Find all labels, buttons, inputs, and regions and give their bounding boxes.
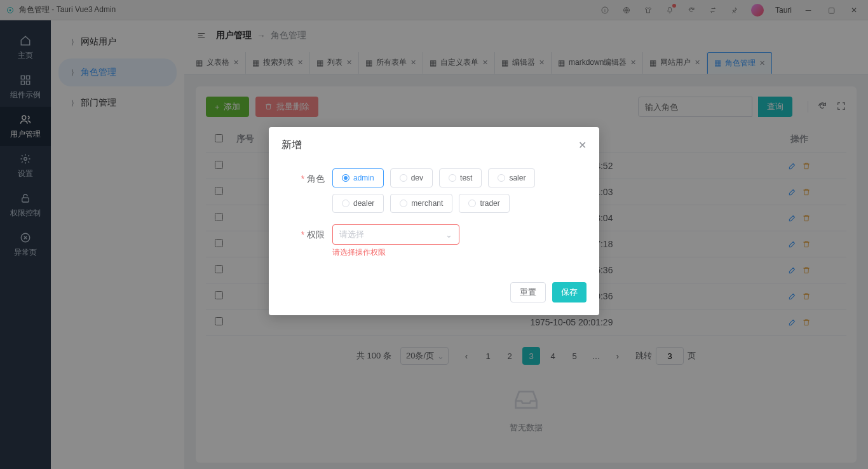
radio-dot [449, 174, 456, 182]
role-option-label: dealer [353, 199, 374, 208]
role-option-merchant[interactable]: merchant [390, 194, 452, 213]
radio-dot [400, 174, 407, 182]
role-option-label: saler [509, 173, 526, 182]
reset-button[interactable]: 重置 [510, 282, 546, 302]
save-button[interactable]: 保存 [552, 282, 587, 302]
role-option-label: dev [411, 173, 423, 182]
role-option-dev[interactable]: dev [390, 168, 433, 187]
role-option-saler[interactable]: saler [488, 168, 535, 187]
modal-overlay[interactable]: 新增 ✕ 角色 admindevtestsalerdealermerchantt… [0, 0, 868, 469]
role-option-dealer[interactable]: dealer [332, 194, 384, 213]
role-option-trader[interactable]: trader [459, 194, 509, 213]
radio-dot [342, 174, 349, 182]
dialog-close-button[interactable]: ✕ [578, 139, 587, 151]
role-option-label: trader [480, 199, 499, 208]
chevron-down-icon: ⌄ [445, 230, 452, 240]
radio-dot [400, 200, 407, 207]
role-option-label: admin [353, 173, 374, 182]
radio-dot [468, 200, 476, 207]
role-option-test[interactable]: test [439, 168, 482, 187]
role-option-admin[interactable]: admin [332, 168, 384, 187]
permission-error: 请选择操作权限 [332, 247, 580, 258]
dialog: 新增 ✕ 角色 admindevtestsalerdealermerchantt… [269, 127, 599, 315]
role-option-label: test [460, 173, 472, 182]
select-placeholder: 请选择 [339, 229, 364, 240]
role-label: 角色 [288, 168, 332, 189]
radio-dot [498, 174, 505, 182]
radio-dot [342, 200, 349, 207]
role-option-label: merchant [411, 199, 443, 208]
role-radio-group: admindevtestsalerdealermerchanttrader [332, 168, 580, 213]
permission-select[interactable]: 请选择 ⌄ [332, 224, 459, 245]
perm-label: 权限 [288, 224, 332, 245]
dialog-title: 新增 [281, 139, 302, 152]
